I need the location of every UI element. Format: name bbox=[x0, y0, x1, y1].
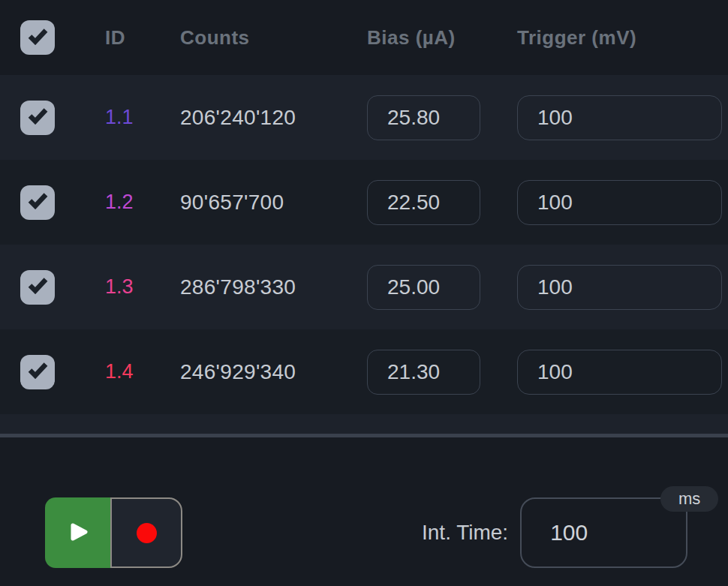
channel-id: 1.1 bbox=[105, 106, 180, 129]
play-button[interactable] bbox=[45, 497, 110, 568]
bias-input[interactable] bbox=[367, 180, 480, 225]
column-header-counts: Counts bbox=[180, 26, 367, 50]
checkmark-icon bbox=[27, 192, 48, 212]
table-row: 1.3 286'798'330 bbox=[0, 245, 728, 329]
trigger-input[interactable] bbox=[517, 95, 722, 140]
record-button[interactable] bbox=[110, 497, 182, 568]
table-bottom-band bbox=[0, 414, 728, 434]
table-row: 1.2 90'657'700 bbox=[0, 160, 728, 245]
counts-value: 246'929'340 bbox=[180, 360, 367, 384]
counts-value: 286'798'330 bbox=[180, 275, 367, 299]
select-all-checkbox[interactable] bbox=[20, 20, 55, 55]
channel-id: 1.4 bbox=[105, 360, 180, 383]
column-header-bias: Bias (µA) bbox=[367, 26, 517, 50]
row-checkbox[interactable] bbox=[20, 270, 55, 305]
checkmark-icon bbox=[27, 362, 48, 382]
integration-time-group: Int. Time: ms bbox=[422, 497, 687, 568]
detector-control-panel: ID Counts Bias (µA) Trigger (mV) 1.1 206… bbox=[0, 0, 728, 586]
play-icon bbox=[65, 518, 92, 548]
checkmark-icon bbox=[27, 28, 48, 48]
record-icon bbox=[137, 523, 157, 543]
row-checkbox[interactable] bbox=[20, 101, 55, 135]
column-header-trigger: Trigger (mV) bbox=[517, 26, 728, 50]
row-checkbox[interactable] bbox=[20, 185, 55, 220]
trigger-input[interactable] bbox=[517, 350, 722, 395]
run-control-group bbox=[45, 497, 182, 568]
channel-id: 1.3 bbox=[105, 275, 180, 299]
trigger-input[interactable] bbox=[517, 180, 722, 225]
table-header-row: ID Counts Bias (µA) Trigger (mV) bbox=[0, 0, 728, 75]
int-time-input-wrap: ms bbox=[520, 497, 687, 568]
table-row: 1.4 246'929'340 bbox=[0, 329, 728, 414]
counts-value: 206'240'120 bbox=[180, 106, 367, 130]
counts-value: 90'657'700 bbox=[180, 191, 367, 215]
unit-badge: ms bbox=[660, 486, 718, 512]
channel-id: 1.2 bbox=[105, 191, 180, 214]
checkmark-icon bbox=[27, 277, 48, 297]
int-time-label: Int. Time: bbox=[422, 521, 508, 545]
checkmark-icon bbox=[27, 107, 48, 128]
trigger-input[interactable] bbox=[517, 265, 722, 310]
int-time-input[interactable] bbox=[520, 497, 687, 568]
row-checkbox[interactable] bbox=[20, 355, 55, 389]
bias-input[interactable] bbox=[367, 350, 480, 395]
acquisition-controls: Int. Time: ms bbox=[0, 437, 728, 584]
bias-input[interactable] bbox=[367, 95, 480, 140]
bias-input[interactable] bbox=[367, 265, 480, 310]
table-row: 1.1 206'240'120 bbox=[0, 75, 728, 160]
column-header-id: ID bbox=[105, 26, 180, 50]
